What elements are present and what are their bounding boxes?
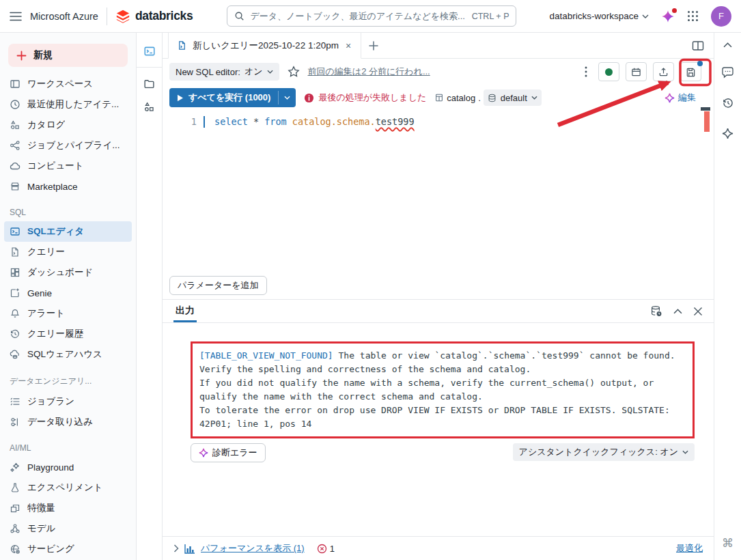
sidebar-item-sql-editor[interactable]: SQLエディタ: [4, 221, 132, 242]
sidebar-item-alerts[interactable]: アラート: [4, 303, 132, 324]
schedule-button[interactable]: [626, 62, 647, 81]
sidebar-item-models[interactable]: モデル: [4, 518, 132, 539]
top-bar: Microsoft Azure databricks CTRL + P data…: [0, 0, 741, 33]
rail-folder-icon[interactable]: [137, 73, 162, 94]
close-icon[interactable]: [693, 307, 703, 316]
apps-grid-icon[interactable]: [687, 10, 699, 22]
run-options-caret[interactable]: [279, 88, 296, 107]
add-parameter-button[interactable]: パラメーターを追加: [169, 276, 267, 295]
sidebar-item-dashboards[interactable]: ダッシュボード: [4, 262, 132, 283]
rail-sql-editor-icon[interactable]: [137, 41, 162, 61]
shortcuts-icon[interactable]: ⌘: [722, 536, 733, 550]
schema-chip[interactable]: default: [484, 89, 542, 106]
kebab-menu-icon[interactable]: [582, 66, 590, 77]
comments-icon[interactable]: [721, 66, 734, 79]
tab-label: 新しいクエリー2025-10-22 1:20pm: [193, 40, 339, 52]
rail-divider: [137, 67, 162, 68]
playground-sparkle-icon: [10, 462, 20, 473]
sidebar-item-features[interactable]: 特徴量: [4, 498, 132, 518]
save-button[interactable]: [680, 62, 701, 81]
tab-output[interactable]: 出力: [173, 300, 197, 322]
right-rail: ⌘: [714, 33, 741, 560]
optimize-link[interactable]: 最適化: [676, 542, 703, 555]
expand-chevron-icon[interactable]: [173, 544, 179, 552]
sidebar-item-marketplace[interactable]: Marketplace: [4, 176, 132, 197]
sidebar-item-sql-warehouses[interactable]: SQLウェアハウス: [4, 344, 132, 365]
sidebar-item-playground[interactable]: Playground: [4, 457, 132, 477]
output-header: 出力: [163, 300, 714, 323]
clock-icon: [10, 99, 20, 110]
sidebar-item-experiments[interactable]: エクスペリメント: [4, 477, 132, 498]
sidebar-item-serving[interactable]: サービング: [4, 539, 132, 559]
sidebar-item-workspace[interactable]: ワークスペース: [4, 74, 132, 94]
sidebar-item-catalog[interactable]: カタログ: [4, 115, 132, 135]
search-input[interactable]: [250, 11, 466, 21]
new-sql-editor-toggle[interactable]: New SQL editor: オン: [169, 63, 279, 81]
favorite-star-icon[interactable]: [288, 66, 300, 78]
sql-editor-icon: [10, 226, 20, 237]
chevron-down-icon: [267, 70, 273, 74]
warehouse-icon: [10, 349, 20, 360]
run-all-label: すべてを実行 (1000): [188, 92, 270, 104]
bottom-status-bar: パフォーマンスを表示 (1) 1 最適化: [163, 536, 714, 560]
assistant-edit-link[interactable]: 編集: [665, 92, 707, 104]
global-search[interactable]: CTRL + P: [227, 5, 516, 27]
assistant-quickfix-toggle[interactable]: アシスタントクイックフィックス: オン: [513, 443, 695, 461]
azure-label: Microsoft Azure: [30, 11, 98, 22]
section-sql: SQL: [0, 197, 136, 221]
features-icon: [10, 503, 20, 514]
catalog-name: catalog: [447, 93, 475, 103]
editor-left-rail: [137, 33, 163, 560]
sidebar-item-jobs-pipelines[interactable]: ジョブとパイプライ...: [4, 135, 132, 156]
error-actions-row: 診断エラー アシスタントクイックフィックス: オン: [191, 443, 695, 462]
show-performance-link[interactable]: パフォーマンスを表示 (1): [201, 542, 305, 555]
divider: [107, 8, 107, 25]
last-run-status: 最後の処理が失敗しました: [304, 92, 426, 104]
workspace-switcher[interactable]: databricks-workspace: [549, 11, 649, 21]
sidebar-item-data-ingestion[interactable]: データ取り込み: [4, 412, 132, 432]
rail-catalog-icon[interactable]: [137, 96, 162, 117]
warehouse-history-icon[interactable]: [650, 305, 662, 317]
user-avatar[interactable]: F: [711, 6, 731, 27]
databricks-logo-icon: [115, 9, 130, 24]
hamburger-menu-icon[interactable]: [10, 12, 22, 21]
new-button[interactable]: 新規: [8, 44, 128, 67]
last-edit-link[interactable]: 前回の編集は2 分前に行われ...: [308, 66, 430, 78]
collapse-chevron-icon[interactable]: [673, 309, 682, 314]
genie-icon: [10, 288, 20, 298]
collapse-panel-icon[interactable]: [723, 42, 732, 48]
tab-close-icon[interactable]: ×: [344, 40, 352, 51]
share-button[interactable]: [653, 62, 674, 81]
sql-editor[interactable]: 1 select * from catalog.schema.test999: [163, 109, 714, 272]
sidebar-item-query-history[interactable]: クエリー履歴: [4, 324, 132, 344]
split-view-button[interactable]: [682, 33, 714, 58]
sidebar: 新規 ワークスペース 最近使用したアイテ... カタログ ジョブとパイプライ..…: [0, 33, 137, 560]
tab-active-query[interactable]: 新しいクエリー2025-10-22 1:20pm ×: [168, 33, 361, 59]
version-history-icon[interactable]: [722, 97, 734, 109]
jobs-pipelines-icon: [10, 140, 20, 151]
sidebar-item-job-runs[interactable]: ジョブラン: [4, 391, 132, 412]
run-all-button[interactable]: すべてを実行 (1000): [169, 88, 296, 107]
warehouse-status-button[interactable]: [598, 62, 619, 81]
notification-dot: [672, 8, 677, 13]
diagnose-error-button[interactable]: 診断エラー: [191, 443, 266, 462]
search-shortcut: CTRL + P: [472, 12, 509, 21]
text-cursor: [204, 116, 205, 128]
bell-icon: [10, 308, 20, 319]
save-icon: [686, 67, 696, 77]
new-tab-button[interactable]: [361, 33, 386, 58]
run-bar: すべてを実行 (1000) 最後の処理が失敗しました catalog .: [163, 86, 714, 109]
sidebar-item-recents[interactable]: 最近使用したアイテ...: [4, 94, 132, 115]
performance-chart-icon: [184, 544, 195, 554]
main-area: 新しいクエリー2025-10-22 1:20pm × New SQL edito…: [163, 33, 714, 560]
error-count-badge[interactable]: 1: [317, 544, 335, 554]
section-aiml: AI/ML: [0, 432, 136, 457]
history-icon: [10, 328, 20, 339]
sidebar-item-queries[interactable]: クエリー: [4, 242, 132, 262]
sidebar-item-compute[interactable]: コンピュート: [4, 156, 132, 176]
assistant-sparkle-button[interactable]: [661, 10, 675, 23]
assistant-panel-icon[interactable]: [722, 128, 733, 139]
code-line-1: 1 select * from catalog.schema.test999: [163, 115, 714, 128]
catalog-schema-selector[interactable]: catalog . default: [434, 89, 542, 106]
sidebar-item-genie[interactable]: Genie: [4, 283, 132, 303]
